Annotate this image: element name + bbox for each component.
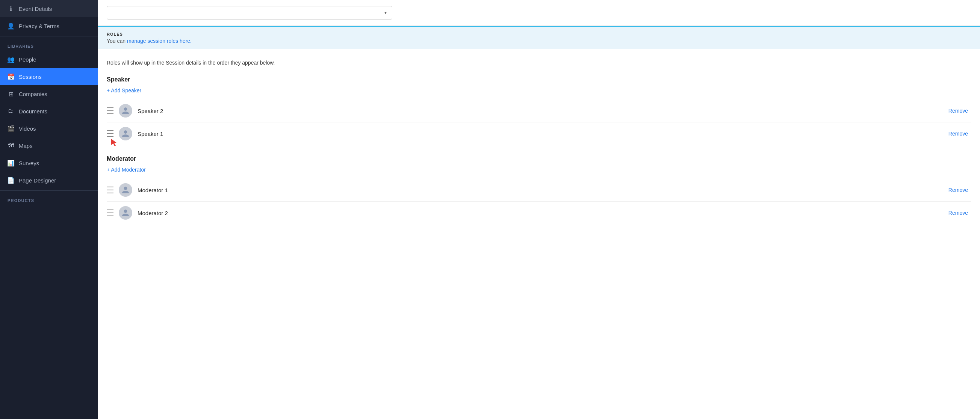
info-icon: ℹ	[8, 5, 14, 12]
sidebar-item-label: Surveys	[19, 160, 39, 166]
sidebar-item-label: People	[19, 56, 37, 63]
table-row: Moderator 2 Remove	[107, 202, 971, 224]
main-content: ▾ ROLES You can manage session roles her…	[98, 0, 980, 419]
add-speaker-button[interactable]: + Add Speaker	[107, 87, 141, 94]
moderator-section: Moderator + Add Moderator Moderator 1 Re…	[107, 156, 971, 224]
roles-banner-prefix: You can	[107, 38, 127, 44]
table-row: Speaker 1 Remove	[107, 122, 971, 145]
roles-section-label: ROLES	[107, 32, 971, 37]
drag-handle-icon[interactable]	[107, 186, 113, 194]
person-icon: 👤	[8, 22, 14, 29]
calendar-icon: 📅	[8, 73, 14, 80]
sidebar-item-sessions[interactable]: 📅 Sessions	[0, 68, 98, 85]
avatar	[119, 104, 132, 117]
sidebar-item-label: Companies	[19, 91, 47, 97]
drag-handle-icon[interactable]	[107, 209, 113, 217]
svg-marker-0	[111, 138, 117, 146]
libraries-section-label: LIBRARIES	[0, 38, 98, 51]
video-icon: 🎬	[8, 125, 14, 132]
sidebar-item-event-details[interactable]: ℹ Event Details	[0, 0, 98, 17]
sidebar-item-page-designer[interactable]: 📄 Page Designer	[0, 171, 98, 189]
sidebar: ℹ Event Details 👤 Privacy & Terms LIBRAR…	[0, 0, 98, 419]
sidebar-item-label: Privacy & Terms	[19, 23, 59, 29]
drag-handle-icon[interactable]	[107, 106, 113, 115]
survey-icon: 📊	[8, 160, 14, 166]
top-bar: ▾	[98, 0, 980, 26]
content-area: Roles will show up in the Session detail…	[98, 49, 980, 245]
person-name: Moderator 1	[138, 187, 940, 194]
sidebar-item-documents[interactable]: 🗂 Documents	[0, 103, 98, 120]
people-icon: 👥	[8, 56, 14, 63]
moderator-section-title: Moderator	[107, 156, 971, 162]
sidebar-item-companies[interactable]: ⊞ Companies	[0, 85, 98, 103]
person-name: Speaker 2	[138, 108, 940, 114]
roles-description: Roles will show up in the Session detail…	[107, 60, 971, 66]
sidebar-item-videos[interactable]: 🎬 Videos	[0, 120, 98, 137]
avatar	[119, 183, 132, 197]
roles-banner: ROLES You can manage session roles here.	[98, 26, 980, 49]
sidebar-item-privacy-terms[interactable]: 👤 Privacy & Terms	[0, 17, 98, 35]
table-row: Speaker 2 Remove	[107, 100, 971, 122]
remove-moderator-1-button[interactable]: Remove	[945, 187, 971, 193]
manage-roles-link[interactable]: manage session roles here.	[127, 38, 192, 44]
sidebar-item-label: Event Details	[19, 6, 52, 12]
grid-icon: ⊞	[8, 90, 14, 97]
remove-moderator-2-button[interactable]: Remove	[945, 210, 971, 216]
page-designer-icon: 📄	[8, 177, 14, 184]
chevron-down-icon: ▾	[384, 10, 387, 15]
speaker-section-title: Speaker	[107, 76, 971, 83]
sidebar-item-people[interactable]: 👥 People	[0, 51, 98, 68]
avatar	[119, 206, 132, 220]
roles-banner-description: You can manage session roles here.	[107, 38, 971, 44]
documents-icon: 🗂	[8, 108, 14, 114]
sidebar-item-maps[interactable]: 🗺 Maps	[0, 137, 98, 154]
drag-handle-icon[interactable]	[107, 130, 113, 138]
add-moderator-button[interactable]: + Add Moderator	[107, 167, 146, 173]
sidebar-item-label: Page Designer	[19, 177, 56, 184]
remove-speaker-1-button[interactable]: Remove	[945, 131, 971, 136]
map-icon: 🗺	[8, 142, 14, 149]
table-row: Moderator 1 Remove	[107, 179, 971, 202]
person-name: Speaker 1	[138, 131, 940, 137]
person-name: Moderator 2	[138, 210, 940, 216]
remove-speaker-2-button[interactable]: Remove	[945, 108, 971, 114]
products-section-label: PRODUCTS	[0, 192, 98, 205]
sidebar-item-label: Documents	[19, 108, 47, 114]
sidebar-item-label: Videos	[19, 125, 36, 132]
sidebar-item-surveys[interactable]: 📊 Surveys	[0, 154, 98, 171]
avatar	[119, 127, 132, 140]
sidebar-item-label: Maps	[19, 143, 33, 149]
session-dropdown[interactable]: ▾	[107, 6, 392, 19]
sidebar-item-label: Sessions	[19, 74, 42, 80]
speaker-section: Speaker + Add Speaker Speaker 2 Remove	[107, 76, 971, 145]
